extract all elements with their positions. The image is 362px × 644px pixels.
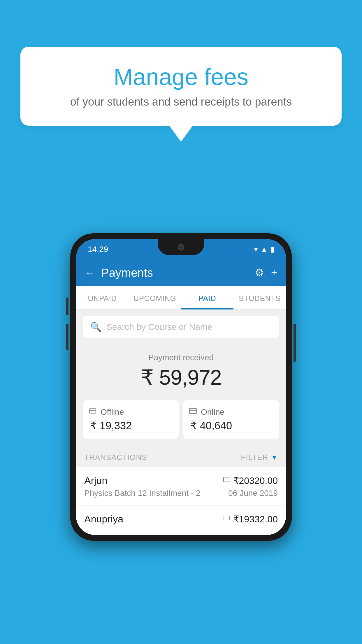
- transaction-row-top: Arjun ₹20320.00: [84, 475, 278, 486]
- offline-icon: [89, 407, 96, 417]
- bubble-arrow: [169, 126, 193, 142]
- header-right: ⚙ +: [255, 267, 277, 279]
- wifi-icon: ▾: [254, 245, 258, 253]
- filter-button[interactable]: FILTER ▼: [241, 453, 278, 462]
- online-card: Online ₹ 40,640: [183, 400, 279, 439]
- status-bar: 14:29 ▾ ▲ ▮: [76, 239, 286, 260]
- offline-card: Offline ₹ 19,332: [83, 400, 179, 439]
- app-header: ← Payments ⚙ +: [76, 260, 286, 286]
- online-amount: ₹ 40,640: [189, 420, 273, 432]
- status-icons: ▾ ▲ ▮: [254, 245, 274, 253]
- transaction-name-2: Anupriya: [84, 513, 123, 525]
- transaction-row-bottom: Physics Batch 12 Installment - 2 06 June…: [84, 489, 278, 498]
- tabs-bar: UNPAID UPCOMING PAID STUDENTS: [76, 286, 286, 310]
- settings-icon[interactable]: ⚙: [255, 267, 264, 279]
- transaction-course: Physics Batch 12 Installment - 2: [84, 489, 200, 498]
- back-button[interactable]: ←: [85, 267, 95, 278]
- online-icon: [189, 407, 197, 417]
- payment-cards: Offline ₹ 19,332 Online ₹ 40,640: [76, 396, 286, 446]
- svg-rect-6: [224, 516, 230, 520]
- camera-notch: [178, 244, 184, 251]
- transaction-amount-wrap: ₹20320.00: [223, 475, 278, 486]
- payment-total-amount: ₹ 59,972: [83, 365, 279, 390]
- transaction-amount: ₹20320.00: [233, 475, 278, 486]
- tab-unpaid[interactable]: UNPAID: [76, 286, 129, 309]
- tab-upcoming[interactable]: UPCOMING: [129, 286, 181, 309]
- filter-icon: ▼: [271, 454, 278, 461]
- search-bar[interactable]: 🔍 Search by Course or Name: [83, 316, 279, 338]
- side-button-volume-up: [66, 298, 68, 315]
- payment-received-section: Payment received ₹ 59,972: [76, 344, 286, 396]
- tab-paid[interactable]: PAID: [181, 286, 233, 309]
- side-button-power: [294, 324, 296, 362]
- offline-card-header: Offline: [89, 407, 173, 417]
- status-time: 14:29: [88, 245, 108, 254]
- online-card-header: Online: [189, 407, 273, 417]
- transaction-row-anupriya[interactable]: Anupriya ₹19332.00: [76, 506, 286, 535]
- search-icon: 🔍: [90, 321, 102, 332]
- payment-type-icon-online: [223, 476, 230, 485]
- battery-icon: ▮: [270, 245, 274, 253]
- phone-frame: 14:29 ▾ ▲ ▮ ← Payments ⚙ +: [70, 233, 292, 541]
- search-container: 🔍 Search by Course or Name: [76, 310, 286, 344]
- online-label: Online: [201, 407, 224, 417]
- svg-rect-2: [189, 408, 196, 413]
- transaction-amount-2: ₹19332.00: [233, 514, 278, 525]
- offline-amount: ₹ 19,332: [89, 420, 173, 432]
- speech-bubble-card: Manage fees of your students and send re…: [20, 47, 342, 126]
- transactions-label: TRANSACTIONS: [84, 453, 147, 462]
- svg-rect-4: [224, 477, 230, 482]
- transaction-name: Arjun: [84, 475, 107, 486]
- offline-label: Offline: [101, 407, 124, 417]
- header-title: Payments: [101, 266, 153, 279]
- bubble-title: Manage fees: [44, 64, 318, 90]
- bubble-subtitle: of your students and send receipts to pa…: [44, 96, 318, 108]
- payment-label: Payment received: [83, 353, 279, 362]
- transactions-header: TRANSACTIONS FILTER ▼: [76, 446, 286, 467]
- header-left: ← Payments: [85, 266, 153, 279]
- search-placeholder: Search by Course or Name: [106, 322, 212, 332]
- phone-mockup: 14:29 ▾ ▲ ▮ ← Payments ⚙ +: [70, 233, 292, 541]
- svg-rect-0: [89, 409, 96, 413]
- payment-type-icon-offline: [223, 514, 230, 524]
- side-button-volume-down: [66, 324, 68, 350]
- filter-label: FILTER: [241, 453, 268, 462]
- transaction-row-arjun[interactable]: Arjun ₹20320.00 Physics Batch 12 Install…: [76, 467, 286, 506]
- phone-screen: 14:29 ▾ ▲ ▮ ← Payments ⚙ +: [76, 239, 286, 535]
- tab-students[interactable]: STUDENTS: [233, 286, 286, 309]
- transaction-row-top-2: Anupriya ₹19332.00: [84, 513, 278, 525]
- transaction-date: 06 June 2019: [228, 489, 278, 498]
- signal-icon: ▲: [261, 245, 268, 253]
- phone-notch: [158, 239, 204, 255]
- transaction-amount-wrap-2: ₹19332.00: [223, 514, 278, 525]
- add-icon[interactable]: +: [271, 267, 277, 279]
- speech-bubble-section: Manage fees of your students and send re…: [20, 47, 342, 142]
